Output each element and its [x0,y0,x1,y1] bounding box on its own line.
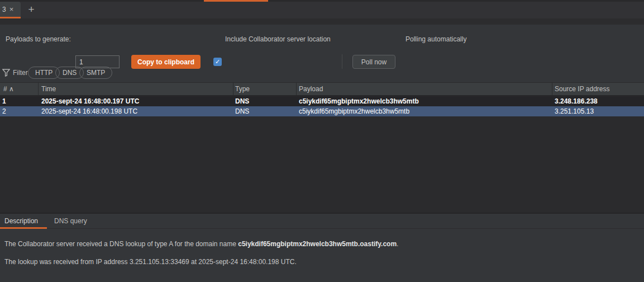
row-number: 2 [2,106,6,116]
table-row[interactable]: 1 2025-sept-24 16:48:00.197 UTC DNS c5iy… [0,96,644,106]
sort-ascending-icon: ∧ [9,85,14,93]
collaborator-window: 3 × + Payloads to generate: Copy to clip… [0,0,644,282]
row-time: 2025-sept-24 16:48:00.198 UTC [41,106,137,116]
description-line-2: The lookup was received from IP address … [4,258,297,266]
row-type: DNS [235,96,249,106]
column-header-payload[interactable]: Payload [299,83,323,95]
tab-dns-query[interactable]: DNS query [54,214,87,228]
tab-bar-separator [0,18,644,25]
tab-3[interactable]: 3 × [0,2,21,17]
tab-description[interactable]: Description [4,214,38,228]
column-divider [38,83,39,95]
collaborator-tab-bar: 3 × + [0,2,644,18]
tab-label: 3 [2,6,6,13]
filter-funnel-icon [2,69,10,77]
description-line-1-text: The Collaborator server received a DNS l… [4,240,238,248]
column-divider [552,83,552,95]
row-payload: c5iykdif65mgbiptmx2hwelcb3hw5mtb [299,106,409,116]
polling-status-label: Polling automatically [406,25,466,54]
row-time: 2025-sept-24 16:48:00.197 UTC [41,96,139,106]
row-source-ip: 3.251.105.13 [555,106,594,116]
row-number: 1 [2,96,6,106]
row-type: DNS [235,106,249,116]
plus-icon: + [28,3,34,16]
description-line-1: The Collaborator server received a DNS l… [4,240,398,248]
filter-bar: Filter HTTP DNS SMTP [0,54,644,82]
column-header-number[interactable]: # ∧ [3,83,14,95]
interactions-table: 1 2025-sept-24 16:48:00.197 UTC DNS c5iy… [0,96,644,213]
description-domain: c5iykdif65mgbiptmx2hwelcb3hw5mtb.oastify… [238,240,397,248]
payload-toolbar: Payloads to generate: Copy to clipboard … [0,25,644,54]
column-divider [233,83,233,95]
filter-pill-smtp[interactable]: SMTP [79,67,112,79]
close-icon[interactable]: × [9,6,14,13]
top-panel: Payloads to generate: Copy to clipboard … [0,25,644,82]
column-header-number-label: # [3,85,7,93]
detail-tab-bar: Description DNS query [0,214,644,229]
description-line-1-period: . [397,240,398,248]
column-header-source-ip[interactable]: Source IP address [555,83,610,95]
new-tab-button[interactable]: + [25,2,38,17]
include-server-location-label[interactable]: Include Collaborator server location [225,25,331,54]
row-payload: c5iykdif65mgbiptmx2hwelcb3hw5mtb [299,96,419,106]
column-header-time[interactable]: Time [41,83,56,95]
interactions-table-header: # ∧ Time Type Payload Source IP address [0,82,644,96]
payloads-to-generate-label: Payloads to generate: [6,25,71,54]
description-content: The Collaborator server received a DNS l… [0,229,644,282]
detail-panel: Description DNS query The Collaborator s… [0,213,644,282]
column-divider [296,83,297,95]
row-source-ip: 3.248.186.238 [555,96,598,106]
column-header-type[interactable]: Type [235,83,250,95]
table-row-selected[interactable]: 2 2025-sept-24 16:48:00.198 UTC DNS c5iy… [0,106,644,116]
